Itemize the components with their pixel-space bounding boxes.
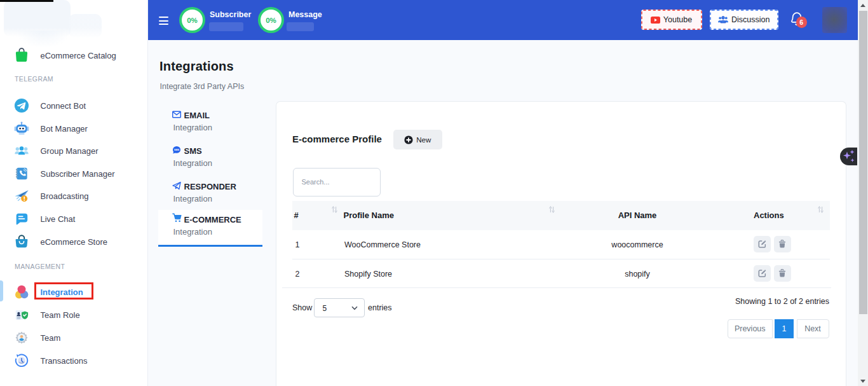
- svg-text:SMS: SMS: [174, 149, 179, 151]
